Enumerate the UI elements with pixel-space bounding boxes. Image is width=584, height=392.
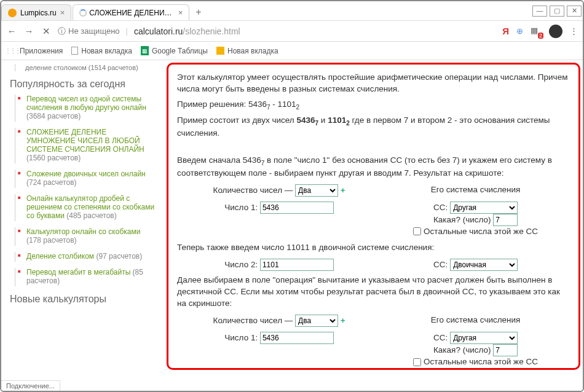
- qty-select-2[interactable]: Два: [295, 315, 338, 327]
- which-label: Какая? (число): [433, 215, 491, 224]
- cc-label: СС:: [433, 203, 448, 212]
- info-icon: ⓘ: [58, 26, 66, 37]
- step3-text: Далее выбираем в поле "операция" вычитан…: [177, 275, 570, 310]
- sidebar-count: (724 расчетов): [26, 178, 77, 187]
- sidebar-link[interactable]: СЛОЖЕНИЕ ДЕЛЕНИЕ УМНОЖЕНИЕ ЧИСЕЛ В ЛЮБОЙ…: [26, 128, 144, 154]
- maximize-button[interactable]: ▢: [550, 6, 564, 17]
- status-bar: Подключение...: [1, 380, 60, 391]
- sidebar-link[interactable]: Перевод чисел из одной системы счисления…: [26, 95, 146, 112]
- cc-select-2[interactable]: Другая: [450, 332, 518, 344]
- cc-label: СС:: [433, 333, 448, 342]
- apps-icon: ⋮⋮⋮: [7, 46, 17, 55]
- close-icon[interactable]: ×: [178, 8, 183, 17]
- tab-calculatori[interactable]: СЛОЖЕНИЕ ДЕЛЕНИЕ УМНОЖЕ ×: [73, 4, 189, 20]
- cc-select[interactable]: Другая: [450, 202, 518, 214]
- page-icon: [71, 47, 78, 55]
- sidebar-link[interactable]: Деление столбиком: [26, 252, 94, 261]
- cc-label: СС:: [433, 260, 448, 269]
- tab-title: СЛОЖЕНИЕ ДЕЛЕНИЕ УМНОЖЕ: [89, 9, 174, 17]
- minimize-button[interactable]: —: [532, 6, 547, 17]
- sidebar-count: (178 расчетов): [26, 236, 77, 245]
- example-desc: Пример состоит из двух чисел 54367 и 110…: [177, 115, 570, 139]
- qty-label: Количество чисел —: [213, 315, 293, 327]
- address-bar: ← → ✕ ⓘ Не защищено | calculatori.ru/slo…: [1, 21, 583, 42]
- extension-badge: 2: [538, 33, 543, 39]
- sidebar-item[interactable]: Деление столбиком (97 расчетов): [15, 252, 156, 262]
- sidebar-heading-new: Новые калькуляторы: [10, 294, 156, 305]
- same-cc-checkbox[interactable]: [413, 227, 421, 235]
- yandex-icon[interactable]: Я: [502, 26, 509, 36]
- add-icon[interactable]: +: [341, 316, 345, 325]
- sheets-icon: ▦: [141, 46, 149, 55]
- sidebar-link[interactable]: Калькулятор онлайн со скобками: [26, 227, 140, 236]
- which-input[interactable]: [493, 214, 518, 226]
- same-cc-label: Остальные числа этой же СС: [424, 227, 538, 236]
- same-cc-checkbox-2[interactable]: [413, 358, 421, 366]
- bookmark-item[interactable]: Новая вкладка: [216, 47, 278, 55]
- sidebar-count: (485 расчетов): [65, 211, 117, 220]
- back-button[interactable]: ←: [6, 26, 17, 36]
- sidebar-item[interactable]: Перевод чисел из одной системы счисления…: [15, 95, 156, 122]
- qty-label: Количество чисел —: [213, 185, 293, 197]
- extension-icon[interactable]: ▩ 2: [531, 26, 542, 37]
- sidebar-heading-popular: Популярность за сегодня: [10, 79, 156, 90]
- close-button[interactable]: ✕: [567, 6, 582, 17]
- sidebar-count: (1560 расчетов): [26, 154, 81, 162]
- url-display[interactable]: calculatori.ru/slozhenie.html: [134, 26, 496, 36]
- security-label: Не защищено: [68, 26, 120, 36]
- profile-avatar[interactable]: [549, 25, 562, 38]
- sys-label: Его система счисления: [431, 315, 521, 324]
- sys-label: Его система счисления: [431, 185, 521, 194]
- which-input-2[interactable]: [493, 344, 518, 356]
- bookmark-item[interactable]: ▦Google Таблицы: [141, 46, 208, 55]
- num1-label: Число 1:: [224, 202, 258, 214]
- num1-input[interactable]: [260, 202, 334, 214]
- sidebar-item[interactable]: Сложение двоичных чисел онлайн (724 расч…: [15, 170, 156, 188]
- same-cc-label: Остальные числа этой же СС: [424, 357, 538, 366]
- cc2-select[interactable]: Двоичная: [450, 259, 518, 271]
- forward-button[interactable]: →: [23, 26, 34, 36]
- bookmarks-bar: ⋮⋮⋮Приложения Новая вкладка ▦Google Табл…: [1, 42, 583, 60]
- sidebar: деление столоиком (1514 расчетов) Популя…: [1, 60, 164, 382]
- sidebar-item[interactable]: Онлайн калькулятор дробей с решением со …: [15, 194, 156, 221]
- menu-button[interactable]: ⋮: [570, 26, 578, 36]
- sidebar-link[interactable]: Сложение двоичных чисел онлайн: [26, 170, 146, 178]
- tab-lumpics[interactable]: Lumpics.ru ×: [1, 4, 71, 20]
- window-controls: — ▢ ✕: [531, 1, 583, 20]
- sidebar-item[interactable]: СЛОЖЕНИЕ ДЕЛЕНИЕ УМНОЖЕНИЕ ЧИСЕЛ В ЛЮБОЙ…: [15, 128, 156, 163]
- bookmark-item[interactable]: Новая вкладка: [71, 47, 132, 55]
- sidebar-item[interactable]: Перевод мегабит в мегабайты (85 расчетов…: [15, 268, 156, 286]
- globe-icon[interactable]: ⊕: [516, 26, 523, 36]
- tab-title: Lumpics.ru: [20, 9, 57, 17]
- sidebar-count: (97 расчетов): [94, 252, 142, 261]
- qty-select[interactable]: Два: [295, 184, 338, 197]
- which-label: Какая? (число): [433, 345, 491, 355]
- sidebar-link[interactable]: Перевод мегабит в мегабайты: [26, 268, 130, 276]
- num2-input[interactable]: [260, 259, 334, 271]
- add-icon[interactable]: +: [341, 186, 345, 195]
- stop-button[interactable]: ✕: [41, 26, 52, 37]
- step2-text: Теперь также введем число 11011 в двоичн…: [177, 242, 570, 254]
- sidebar-overflow-item[interactable]: деление столоиком (1514 расчетов): [15, 64, 156, 71]
- apps-button[interactable]: ⋮⋮⋮Приложения: [7, 46, 63, 55]
- close-icon[interactable]: ×: [60, 8, 65, 17]
- num1-label: Число 1:: [224, 332, 258, 344]
- num2-label: Число 2:: [224, 259, 258, 271]
- page-icon: [216, 47, 224, 55]
- example-text: Пример решения: 54367 - 11012: [177, 99, 570, 112]
- intro-text: Этот калькулятор умеет осуществлять прос…: [177, 72, 570, 95]
- loading-icon: [79, 9, 87, 17]
- sidebar-item[interactable]: Калькулятор онлайн со скобками (178 расч…: [15, 227, 156, 246]
- article-content: Этот калькулятор умеет осуществлять прос…: [167, 63, 580, 370]
- step1-text: Введем сначала 54367 в поле "число 1" бе…: [177, 155, 570, 179]
- num1-input-2[interactable]: [260, 332, 334, 344]
- sidebar-count: (3684 расчетов): [26, 112, 81, 120]
- favicon-icon: [8, 9, 17, 17]
- tab-strip: Lumpics.ru × СЛОЖЕНИЕ ДЕЛЕНИЕ УМНОЖЕ × +: [1, 1, 531, 20]
- security-indicator[interactable]: ⓘ Не защищено: [58, 26, 120, 37]
- new-tab-button[interactable]: +: [191, 4, 206, 20]
